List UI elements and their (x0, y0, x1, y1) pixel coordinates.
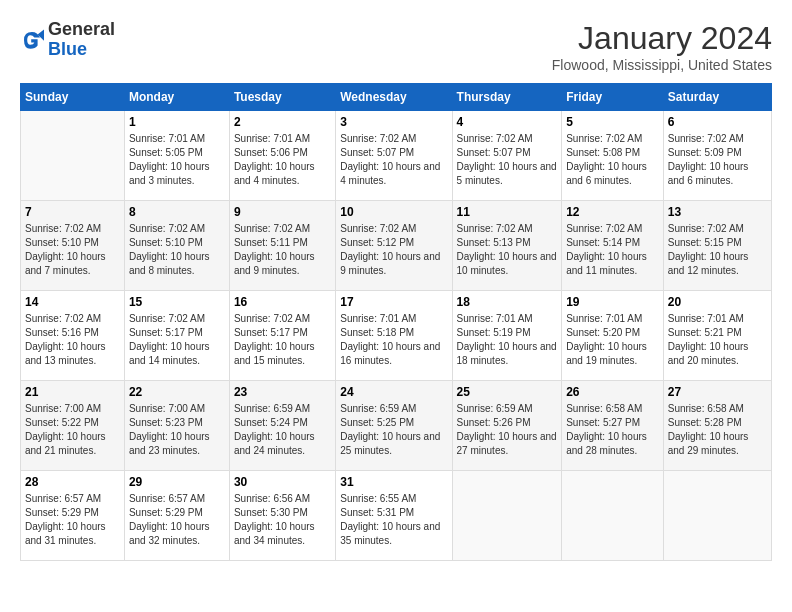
logo-blue: Blue (48, 40, 115, 60)
day-number: 15 (129, 295, 225, 309)
calendar-table: SundayMondayTuesdayWednesdayThursdayFrid… (20, 83, 772, 561)
calendar-cell: 29Sunrise: 6:57 AMSunset: 5:29 PMDayligh… (124, 471, 229, 561)
day-info: Sunrise: 6:56 AMSunset: 5:30 PMDaylight:… (234, 492, 331, 548)
logo: General Blue (20, 20, 115, 60)
day-number: 3 (340, 115, 447, 129)
day-info: Sunrise: 7:01 AMSunset: 5:20 PMDaylight:… (566, 312, 659, 368)
calendar-header-thursday: Thursday (452, 84, 562, 111)
calendar-cell: 23Sunrise: 6:59 AMSunset: 5:24 PMDayligh… (229, 381, 335, 471)
day-info: Sunrise: 6:59 AMSunset: 5:25 PMDaylight:… (340, 402, 447, 458)
calendar-cell: 4Sunrise: 7:02 AMSunset: 5:07 PMDaylight… (452, 111, 562, 201)
day-number: 22 (129, 385, 225, 399)
logo-general: General (48, 20, 115, 40)
calendar-cell: 17Sunrise: 7:01 AMSunset: 5:18 PMDayligh… (336, 291, 452, 381)
calendar-cell: 11Sunrise: 7:02 AMSunset: 5:13 PMDayligh… (452, 201, 562, 291)
day-number: 25 (457, 385, 558, 399)
calendar-week-4: 21Sunrise: 7:00 AMSunset: 5:22 PMDayligh… (21, 381, 772, 471)
calendar-cell (452, 471, 562, 561)
day-info: Sunrise: 7:02 AMSunset: 5:11 PMDaylight:… (234, 222, 331, 278)
day-number: 23 (234, 385, 331, 399)
day-number: 31 (340, 475, 447, 489)
day-number: 13 (668, 205, 767, 219)
calendar-cell: 30Sunrise: 6:56 AMSunset: 5:30 PMDayligh… (229, 471, 335, 561)
calendar-cell: 15Sunrise: 7:02 AMSunset: 5:17 PMDayligh… (124, 291, 229, 381)
calendar-cell: 7Sunrise: 7:02 AMSunset: 5:10 PMDaylight… (21, 201, 125, 291)
day-info: Sunrise: 7:02 AMSunset: 5:15 PMDaylight:… (668, 222, 767, 278)
day-info: Sunrise: 7:01 AMSunset: 5:06 PMDaylight:… (234, 132, 331, 188)
day-number: 19 (566, 295, 659, 309)
day-number: 7 (25, 205, 120, 219)
day-info: Sunrise: 7:02 AMSunset: 5:09 PMDaylight:… (668, 132, 767, 188)
day-number: 27 (668, 385, 767, 399)
day-info: Sunrise: 6:58 AMSunset: 5:28 PMDaylight:… (668, 402, 767, 458)
day-info: Sunrise: 6:59 AMSunset: 5:26 PMDaylight:… (457, 402, 558, 458)
day-info: Sunrise: 7:01 AMSunset: 5:05 PMDaylight:… (129, 132, 225, 188)
calendar-cell: 5Sunrise: 7:02 AMSunset: 5:08 PMDaylight… (562, 111, 664, 201)
day-number: 18 (457, 295, 558, 309)
day-info: Sunrise: 7:01 AMSunset: 5:21 PMDaylight:… (668, 312, 767, 368)
page-header: General Blue January 2024 Flowood, Missi… (20, 20, 772, 73)
calendar-cell: 25Sunrise: 6:59 AMSunset: 5:26 PMDayligh… (452, 381, 562, 471)
day-info: Sunrise: 7:02 AMSunset: 5:12 PMDaylight:… (340, 222, 447, 278)
day-info: Sunrise: 7:00 AMSunset: 5:23 PMDaylight:… (129, 402, 225, 458)
calendar-cell (21, 111, 125, 201)
calendar-week-3: 14Sunrise: 7:02 AMSunset: 5:16 PMDayligh… (21, 291, 772, 381)
calendar-cell: 31Sunrise: 6:55 AMSunset: 5:31 PMDayligh… (336, 471, 452, 561)
calendar-header-row: SundayMondayTuesdayWednesdayThursdayFrid… (21, 84, 772, 111)
day-info: Sunrise: 7:02 AMSunset: 5:10 PMDaylight:… (129, 222, 225, 278)
calendar-header-monday: Monday (124, 84, 229, 111)
day-info: Sunrise: 6:55 AMSunset: 5:31 PMDaylight:… (340, 492, 447, 548)
day-number: 28 (25, 475, 120, 489)
calendar-cell: 19Sunrise: 7:01 AMSunset: 5:20 PMDayligh… (562, 291, 664, 381)
day-number: 20 (668, 295, 767, 309)
calendar-header-wednesday: Wednesday (336, 84, 452, 111)
day-info: Sunrise: 6:57 AMSunset: 5:29 PMDaylight:… (129, 492, 225, 548)
day-info: Sunrise: 7:02 AMSunset: 5:17 PMDaylight:… (234, 312, 331, 368)
calendar-header-sunday: Sunday (21, 84, 125, 111)
calendar-cell: 1Sunrise: 7:01 AMSunset: 5:05 PMDaylight… (124, 111, 229, 201)
calendar-cell: 12Sunrise: 7:02 AMSunset: 5:14 PMDayligh… (562, 201, 664, 291)
day-number: 1 (129, 115, 225, 129)
calendar-cell: 14Sunrise: 7:02 AMSunset: 5:16 PMDayligh… (21, 291, 125, 381)
day-number: 17 (340, 295, 447, 309)
day-info: Sunrise: 7:02 AMSunset: 5:14 PMDaylight:… (566, 222, 659, 278)
title-block: January 2024 Flowood, Mississippi, Unite… (552, 20, 772, 73)
calendar-header-friday: Friday (562, 84, 664, 111)
day-number: 6 (668, 115, 767, 129)
month-title: January 2024 (552, 20, 772, 57)
day-number: 2 (234, 115, 331, 129)
calendar-cell (562, 471, 664, 561)
day-number: 24 (340, 385, 447, 399)
calendar-cell: 3Sunrise: 7:02 AMSunset: 5:07 PMDaylight… (336, 111, 452, 201)
calendar-week-2: 7Sunrise: 7:02 AMSunset: 5:10 PMDaylight… (21, 201, 772, 291)
calendar-cell: 18Sunrise: 7:01 AMSunset: 5:19 PMDayligh… (452, 291, 562, 381)
calendar-cell: 27Sunrise: 6:58 AMSunset: 5:28 PMDayligh… (663, 381, 771, 471)
day-number: 9 (234, 205, 331, 219)
day-number: 21 (25, 385, 120, 399)
day-number: 4 (457, 115, 558, 129)
day-number: 16 (234, 295, 331, 309)
calendar-cell (663, 471, 771, 561)
calendar-cell: 20Sunrise: 7:01 AMSunset: 5:21 PMDayligh… (663, 291, 771, 381)
calendar-cell: 16Sunrise: 7:02 AMSunset: 5:17 PMDayligh… (229, 291, 335, 381)
day-info: Sunrise: 7:01 AMSunset: 5:18 PMDaylight:… (340, 312, 447, 368)
day-info: Sunrise: 6:59 AMSunset: 5:24 PMDaylight:… (234, 402, 331, 458)
calendar-cell: 6Sunrise: 7:02 AMSunset: 5:09 PMDaylight… (663, 111, 771, 201)
day-number: 8 (129, 205, 225, 219)
calendar-cell: 2Sunrise: 7:01 AMSunset: 5:06 PMDaylight… (229, 111, 335, 201)
day-info: Sunrise: 7:00 AMSunset: 5:22 PMDaylight:… (25, 402, 120, 458)
calendar-cell: 28Sunrise: 6:57 AMSunset: 5:29 PMDayligh… (21, 471, 125, 561)
day-info: Sunrise: 7:01 AMSunset: 5:19 PMDaylight:… (457, 312, 558, 368)
calendar-cell: 9Sunrise: 7:02 AMSunset: 5:11 PMDaylight… (229, 201, 335, 291)
calendar-week-5: 28Sunrise: 6:57 AMSunset: 5:29 PMDayligh… (21, 471, 772, 561)
calendar-cell: 26Sunrise: 6:58 AMSunset: 5:27 PMDayligh… (562, 381, 664, 471)
day-info: Sunrise: 7:02 AMSunset: 5:08 PMDaylight:… (566, 132, 659, 188)
location: Flowood, Mississippi, United States (552, 57, 772, 73)
day-number: 11 (457, 205, 558, 219)
day-number: 30 (234, 475, 331, 489)
calendar-cell: 21Sunrise: 7:00 AMSunset: 5:22 PMDayligh… (21, 381, 125, 471)
calendar-cell: 22Sunrise: 7:00 AMSunset: 5:23 PMDayligh… (124, 381, 229, 471)
calendar-cell: 8Sunrise: 7:02 AMSunset: 5:10 PMDaylight… (124, 201, 229, 291)
day-info: Sunrise: 7:02 AMSunset: 5:10 PMDaylight:… (25, 222, 120, 278)
day-info: Sunrise: 7:02 AMSunset: 5:07 PMDaylight:… (457, 132, 558, 188)
